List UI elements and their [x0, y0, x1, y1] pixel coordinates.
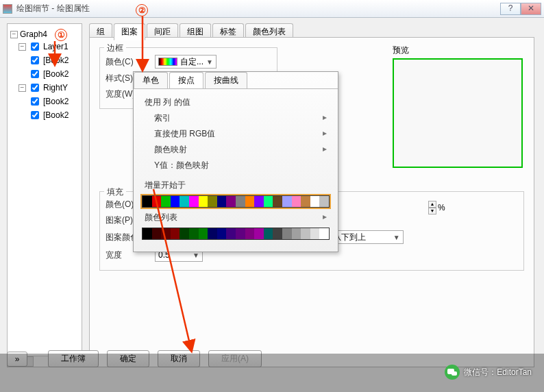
color-cell[interactable]: [301, 196, 310, 207]
tree-item[interactable]: − RightY: [10, 82, 79, 94]
border-color-label: 颜色(C): [106, 56, 149, 68]
spin-up-icon[interactable]: ▲: [428, 201, 436, 208]
tree-item-label: RightY: [43, 83, 68, 93]
border-color-value: 自定...: [180, 56, 203, 68]
popup-item-ycolormap[interactable]: Y值：颜色映射: [142, 158, 330, 173]
annotation-2: ②: [136, 4, 148, 16]
popup-tab-bycurve[interactable]: 按曲线: [205, 72, 247, 88]
color-cell[interactable]: [273, 228, 282, 239]
color-cell[interactable]: [171, 196, 180, 207]
spin-down-icon[interactable]: ▼: [428, 208, 436, 215]
watermark-text: 微信号：EditorTan: [464, 367, 532, 378]
color-cell[interactable]: [301, 228, 310, 239]
close-button[interactable]: ✕: [521, 3, 541, 15]
tree-checkbox[interactable]: [31, 56, 39, 64]
app-icon: [3, 4, 12, 14]
color-swatch-icon: [158, 58, 177, 66]
popup-colorlist-item[interactable]: 颜色列表: [142, 210, 330, 225]
tree-checkbox[interactable]: [31, 42, 39, 51]
color-cell[interactable]: [264, 196, 273, 207]
increment-color-strip[interactable]: [142, 195, 330, 208]
border-color-combo[interactable]: 自定... ▼: [155, 55, 217, 69]
color-cell[interactable]: [254, 196, 264, 207]
color-cell[interactable]: [310, 228, 320, 239]
help-button[interactable]: ?: [500, 3, 521, 15]
color-cell[interactable]: [236, 228, 245, 239]
spinner[interactable]: ▲▼: [428, 201, 436, 215]
tree-item[interactable]: [Book2: [10, 109, 79, 121]
color-cell[interactable]: [273, 196, 282, 207]
preview-canvas: [393, 58, 523, 168]
chevron-down-icon: ▼: [206, 58, 213, 66]
colorlist-strip[interactable]: [142, 228, 330, 240]
popup-item-index[interactable]: 索引: [142, 110, 330, 126]
color-cell[interactable]: [143, 196, 152, 207]
color-cell[interactable]: [171, 228, 180, 239]
color-cell[interactable]: [310, 196, 320, 207]
tree-checkbox[interactable]: [31, 111, 39, 119]
color-cell[interactable]: [161, 196, 171, 207]
color-cell[interactable]: [208, 228, 217, 239]
tree-item[interactable]: [Book2: [10, 68, 79, 80]
popup-item-rgb[interactable]: 直接使用 RGB值: [142, 126, 330, 142]
border-legend: 边框: [104, 42, 126, 54]
percent-spin[interactable]: ▲▼ %: [428, 201, 445, 215]
color-cell[interactable]: [282, 196, 292, 207]
window-title: 绘图细节 - 绘图属性: [16, 3, 500, 14]
color-cell[interactable]: [254, 228, 264, 239]
expander-icon[interactable]: −: [10, 31, 18, 38]
color-cell[interactable]: [264, 228, 273, 239]
tab-pattern[interactable]: 图案: [114, 23, 145, 40]
tree-item-label: [Book2: [43, 110, 69, 120]
popup-section-increment: 增量开始于: [142, 177, 330, 193]
percent-suffix: %: [438, 203, 445, 212]
popup-tab-bypoint[interactable]: 按点: [169, 72, 203, 88]
color-popup[interactable]: 单色 按点 按曲线 使用 列 的值 索引 直接使用 RGB值 颜色映射 Y值：颜…: [133, 71, 338, 252]
color-cell[interactable]: [217, 196, 227, 207]
color-cell[interactable]: [189, 228, 199, 239]
title-bar: 绘图细节 - 绘图属性 ? ✕: [0, 0, 544, 18]
tree-checkbox[interactable]: [31, 84, 39, 92]
popup-section-usecol: 使用 列 的值: [142, 95, 330, 110]
tree[interactable]: − Graph4 − Layer1 [Book2 [Book2 −: [8, 24, 82, 356]
color-cell[interactable]: [282, 228, 292, 239]
color-cell[interactable]: [319, 196, 329, 207]
tree-root-label: Graph4: [20, 29, 47, 39]
annotation-1: ①: [55, 29, 67, 41]
chevron-down-icon: ▼: [193, 252, 199, 259]
popup-item-colormap[interactable]: 颜色映射: [142, 142, 330, 158]
color-cell[interactable]: [236, 196, 245, 207]
color-cell[interactable]: [245, 228, 255, 239]
tree-item[interactable]: − Layer1: [10, 40, 79, 53]
tree-panel: − Graph4 − Layer1 [Book2 [Book2 −: [7, 23, 82, 367]
tree-root[interactable]: − Graph4: [10, 29, 79, 39]
color-cell[interactable]: [152, 196, 162, 207]
popup-tab-single[interactable]: 单色: [134, 72, 168, 88]
tree-item[interactable]: [Book2: [10, 54, 79, 66]
tree-checkbox[interactable]: [31, 97, 39, 106]
color-cell[interactable]: [189, 196, 199, 207]
color-cell[interactable]: [143, 228, 152, 239]
expander-icon[interactable]: −: [18, 43, 26, 51]
color-cell[interactable]: [226, 196, 236, 207]
wechat-icon: [445, 365, 460, 380]
color-cell[interactable]: [292, 228, 301, 239]
expander-icon[interactable]: −: [18, 84, 26, 92]
color-cell[interactable]: [180, 228, 189, 239]
color-cell[interactable]: [180, 196, 189, 207]
color-cell[interactable]: [199, 228, 208, 239]
tree-item[interactable]: [Book2: [10, 95, 79, 108]
color-cell[interactable]: [319, 228, 329, 239]
color-cell[interactable]: [217, 228, 227, 239]
tree-checkbox[interactable]: [31, 70, 39, 78]
color-cell[interactable]: [245, 196, 255, 207]
color-cell[interactable]: [226, 228, 236, 239]
chevron-down-icon: ▼: [393, 234, 400, 241]
color-cell[interactable]: [292, 196, 301, 207]
color-cell[interactable]: [152, 228, 162, 239]
popup-body: 使用 列 的值 索引 直接使用 RGB值 颜色映射 Y值：颜色映射 增量开始于 …: [134, 88, 338, 245]
preview-label: 预览: [393, 45, 409, 56]
color-cell[interactable]: [199, 196, 208, 207]
color-cell[interactable]: [208, 196, 217, 207]
color-cell[interactable]: [161, 228, 171, 239]
